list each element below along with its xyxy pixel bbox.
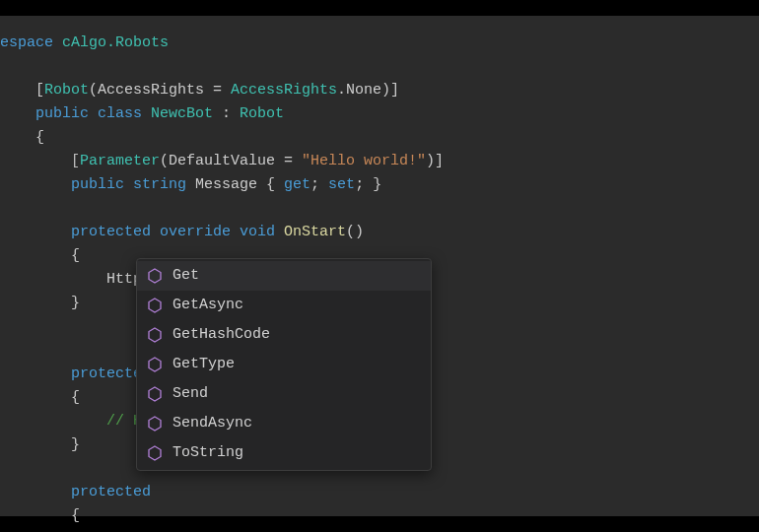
code-line: protected xyxy=(0,481,759,504)
autocomplete-label: GetAsync xyxy=(172,295,243,316)
autocomplete-item-get[interactable]: Get xyxy=(137,261,431,291)
autocomplete-item-sendasync[interactable]: SendAsync xyxy=(137,409,431,438)
autocomplete-item-send[interactable]: Send xyxy=(137,379,431,409)
autocomplete-label: Get xyxy=(172,265,199,287)
autocomplete-item-getasync[interactable]: GetAsync xyxy=(137,291,431,320)
method-icon xyxy=(147,386,163,402)
code-line: // Handle cBot stop here xyxy=(0,528,759,532)
code-line xyxy=(0,197,759,221)
code-editor[interactable]: espace cAlgo.Robots [Robot(AccessRights … xyxy=(0,16,759,516)
autocomplete-label: Send xyxy=(172,383,208,405)
autocomplete-label: GetType xyxy=(172,354,235,375)
code-line: { xyxy=(0,504,759,528)
method-icon xyxy=(147,327,163,343)
code-line xyxy=(0,55,759,79)
autocomplete-label: GetHashCode xyxy=(172,324,270,346)
method-icon xyxy=(147,298,163,313)
autocomplete-label: ToString xyxy=(172,442,243,464)
autocomplete-item-gettype[interactable]: GetType xyxy=(137,350,431,379)
autocomplete-item-gethashcode[interactable]: GetHashCode xyxy=(137,320,431,350)
method-icon xyxy=(147,416,163,432)
autocomplete-label: SendAsync xyxy=(172,413,252,434)
code-line: [Parameter(DefaultValue = "Hello world!"… xyxy=(0,150,759,173)
autocomplete-popup[interactable]: Get GetAsync GetHashCode GetType Send xyxy=(136,258,432,471)
code-line: protected override void OnStart() xyxy=(0,221,759,244)
code-line: public string Message { get; set; } xyxy=(0,173,759,197)
code-line: espace cAlgo.Robots xyxy=(0,32,759,55)
method-icon xyxy=(147,445,163,461)
code-line: public class NewcBot : Robot xyxy=(0,102,759,126)
code-line: [Robot(AccessRights = AccessRights.None)… xyxy=(0,79,759,102)
autocomplete-item-tostring[interactable]: ToString xyxy=(137,438,431,468)
method-icon xyxy=(147,268,163,284)
method-icon xyxy=(147,357,163,372)
code-line: { xyxy=(0,126,759,150)
